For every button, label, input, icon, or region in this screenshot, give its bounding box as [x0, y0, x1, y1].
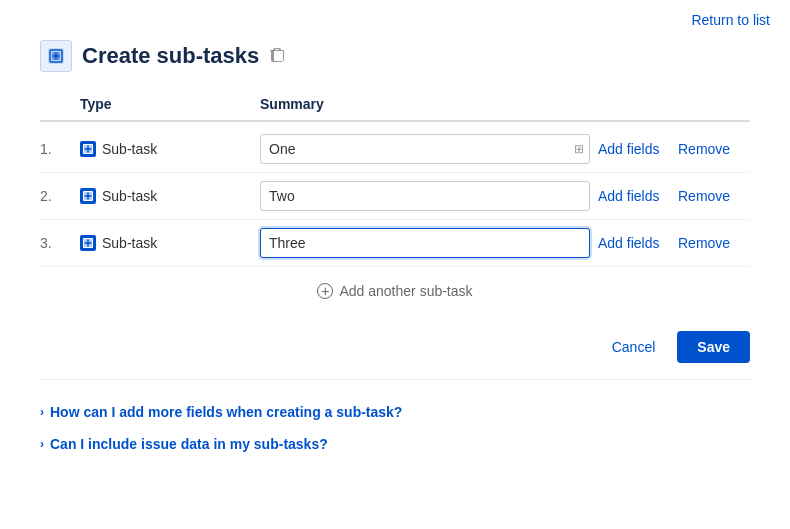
- main-container: Create sub-tasks Type Summary 1.: [0, 0, 790, 480]
- table-row: 2. Sub-task Add fields Remove: [40, 173, 750, 220]
- add-fields-btn-2[interactable]: Add fields: [590, 188, 670, 204]
- faq-question-2: Can I include issue data in my sub-tasks…: [50, 436, 328, 452]
- row-number-3: 3.: [40, 235, 80, 251]
- faq-item-1[interactable]: › How can I add more fields when creatin…: [40, 396, 750, 428]
- table-row: 1. Sub-task ⊞ Add fields Remove: [40, 126, 750, 173]
- subtask-page-icon: [46, 46, 66, 66]
- row-number-1: 1.: [40, 141, 80, 157]
- table-container: Type Summary 1. Sub-task ⊞ Add fields: [40, 96, 750, 267]
- row-number-2: 2.: [40, 188, 80, 204]
- summary-field-1: ⊞: [260, 134, 590, 164]
- col-summary-header: Summary: [260, 96, 590, 112]
- col-number-header: [40, 96, 80, 112]
- remove-btn-1[interactable]: Remove: [670, 141, 750, 157]
- faq-item-2[interactable]: › Can I include issue data in my sub-tas…: [40, 428, 750, 460]
- task-type-label-3: Sub-task: [102, 235, 157, 251]
- summary-input-1[interactable]: [260, 134, 590, 164]
- task-type-1: Sub-task: [80, 141, 260, 157]
- faq-question-1: How can I add more fields when creating …: [50, 404, 402, 420]
- subtask-icon-2: [80, 188, 96, 204]
- page-title: Create sub-tasks: [82, 43, 259, 69]
- table-header: Type Summary: [40, 96, 750, 122]
- delete-icon[interactable]: [269, 48, 285, 64]
- task-type-label-2: Sub-task: [102, 188, 157, 204]
- add-fields-btn-3[interactable]: Add fields: [590, 235, 670, 251]
- page-icon: [40, 40, 72, 72]
- add-fields-btn-1[interactable]: Add fields: [590, 141, 670, 157]
- faq-chevron-1: ›: [40, 405, 44, 419]
- task-type-2: Sub-task: [80, 188, 260, 204]
- add-subtask-label: Add another sub-task: [339, 283, 472, 299]
- save-button[interactable]: Save: [677, 331, 750, 363]
- add-subtask-row: + Add another sub-task: [40, 267, 750, 315]
- return-to-list-link[interactable]: Return to list: [691, 12, 770, 28]
- summary-field-2: [260, 181, 590, 211]
- summary-input-2[interactable]: [260, 181, 590, 211]
- remove-btn-3[interactable]: Remove: [670, 235, 750, 251]
- table-row: 3. Sub-task Add fields Remove: [40, 220, 750, 267]
- remove-btn-2[interactable]: Remove: [670, 188, 750, 204]
- subtask-icon-3: [80, 235, 96, 251]
- add-circle-icon: +: [317, 283, 333, 299]
- summary-input-3[interactable]: [260, 228, 590, 258]
- task-type-label-1: Sub-task: [102, 141, 157, 157]
- summary-field-3: [260, 228, 590, 258]
- page-header: Create sub-tasks: [40, 40, 750, 72]
- faq-chevron-2: ›: [40, 437, 44, 451]
- task-type-3: Sub-task: [80, 235, 260, 251]
- add-subtask-button[interactable]: + Add another sub-task: [317, 283, 472, 299]
- action-buttons: Cancel Save: [40, 315, 750, 379]
- faq-section: › How can I add more fields when creatin…: [40, 379, 750, 460]
- col-type-header: Type: [80, 96, 260, 112]
- cancel-button[interactable]: Cancel: [600, 331, 668, 363]
- subtask-icon-1: [80, 141, 96, 157]
